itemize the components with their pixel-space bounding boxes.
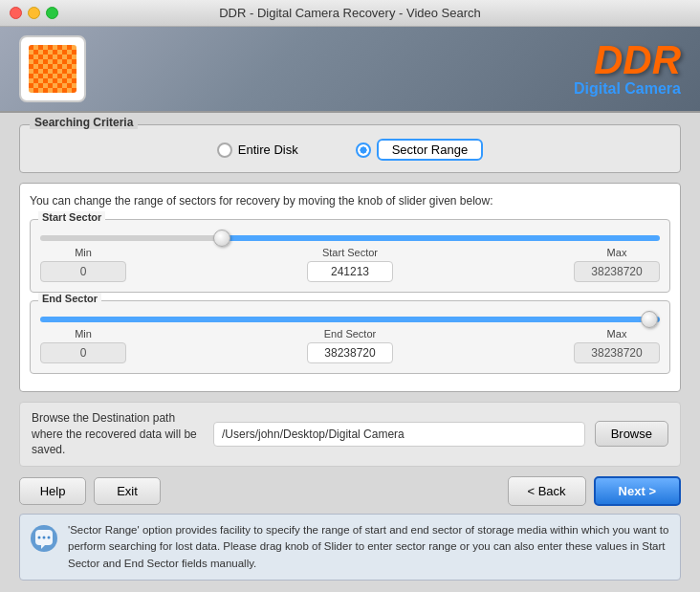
help-box: 'Sector Range' option provides facility … [19,514,681,581]
end-min-field: Min [40,328,126,363]
end-sector-fields: Min End Sector Max [40,328,660,363]
sector-range-label-wrap: Sector Range [377,139,484,161]
start-sector-input[interactable] [307,261,393,282]
right-buttons: < Back Next > [508,476,682,506]
titlebar: DDR - Digital Camera Recovery - Video Se… [0,0,700,27]
browse-button[interactable]: Browse [595,421,668,447]
traffic-lights [10,7,58,19]
end-sector-thumb[interactable] [641,311,658,328]
entire-disk-label: Entire Disk [238,143,298,157]
svg-rect-4 [29,45,77,93]
start-sector-legend: Start Sector [38,211,105,223]
main-content: Searching Criteria Entire Disk Sector Ra… [0,113,700,592]
window-title: DDR - Digital Camera Recovery - Video Se… [219,6,481,20]
start-sector-thumb[interactable] [213,230,230,247]
sector-range-option[interactable]: Sector Range [356,139,484,161]
entire-disk-radio[interactable] [217,143,232,158]
brand-section: DDR Digital Camera [574,40,681,98]
sector-area: You can change the range of sectors for … [19,183,681,392]
end-min-input[interactable] [40,342,126,363]
end-max-field: Max [574,328,660,363]
brand-ddr: DDR [574,40,681,80]
browse-path-input[interactable] [213,422,585,447]
sector-info-text: You can change the range of sectors for … [30,193,670,209]
start-sector-slider-track[interactable] [40,235,660,241]
criteria-legend: Searching Criteria [30,116,138,129]
start-min-label: Min [75,247,92,258]
start-sector-field: Start Sector [307,247,393,282]
help-text: 'Sector Range' option provides facility … [68,522,670,572]
end-sector-input[interactable] [307,342,393,363]
brand-sub: Digital Camera [574,80,681,98]
start-sector-group: Start Sector Min Start Sector Max [30,219,670,293]
exit-button[interactable]: Exit [94,477,161,505]
close-button[interactable] [10,7,22,19]
end-sector-label: End Sector [324,328,376,340]
app-logo [29,45,77,93]
header-banner: DDR Digital Camera [0,27,700,113]
svg-point-6 [38,537,41,539]
svg-point-8 [48,537,51,539]
start-max-input[interactable] [574,261,660,282]
next-button[interactable]: Next > [594,476,681,506]
end-min-label: Min [75,328,92,340]
chat-icon [30,524,58,553]
help-button[interactable]: Help [19,477,86,505]
maximize-button[interactable] [46,7,58,19]
logo-box [19,35,86,102]
start-max-field: Max [574,247,660,282]
start-min-field: Min [40,247,126,282]
criteria-group: Searching Criteria Entire Disk Sector Ra… [19,124,681,173]
end-sector-field: End Sector [307,328,393,363]
svg-point-7 [43,537,46,539]
start-sector-fields: Min Start Sector Max [40,247,660,282]
browse-label: Browse the Destination path where the re… [32,410,204,458]
left-buttons: Help Exit [19,477,161,505]
entire-disk-option[interactable]: Entire Disk [217,143,298,158]
end-max-input[interactable] [574,342,660,363]
start-sector-label: Start Sector [322,247,378,258]
end-max-label: Max [607,328,627,340]
end-sector-legend: End Sector [38,293,101,304]
bottom-buttons: Help Exit < Back Next > [19,476,681,506]
sector-range-radio[interactable] [356,143,371,158]
sector-range-label: Sector Range [392,143,469,157]
minimize-button[interactable] [28,7,40,19]
end-sector-slider-track[interactable] [40,317,660,322]
end-sector-group: End Sector Min End Sector Max [30,300,670,374]
start-max-label: Max [607,247,627,258]
browse-area: Browse the Destination path where the re… [19,402,681,467]
start-min-input[interactable] [40,261,126,282]
back-button[interactable]: < Back [508,476,586,506]
radio-row: Entire Disk Sector Range [33,135,667,161]
